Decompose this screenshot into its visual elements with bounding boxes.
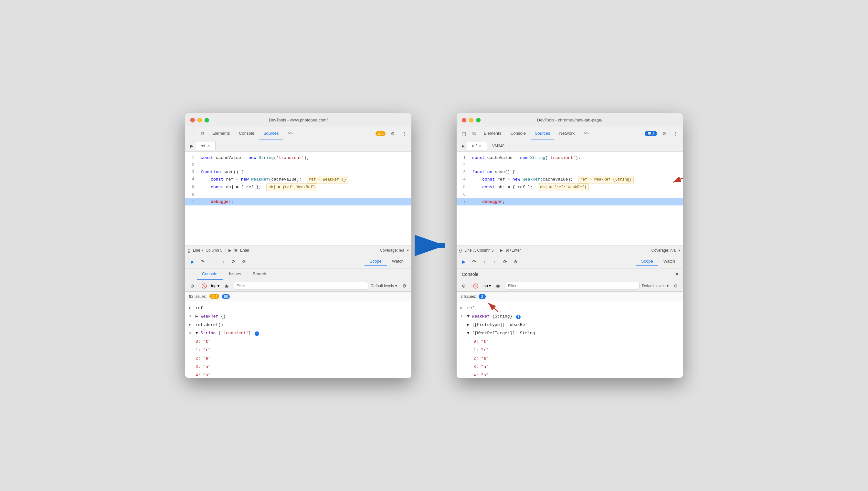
console-title-right: Console xyxy=(457,272,671,277)
right-status-bar: {} Line 7, Column 5 | ▶ ⌘+Enter Coverage… xyxy=(457,246,683,255)
run-icon-left[interactable]: ▶ xyxy=(228,248,231,253)
file-tab-vm348-right[interactable]: VM348 xyxy=(487,142,510,150)
right-debug-toolbar: ▶ ↷ ↓ ↑ ⟳ ⊘ Scope Watch xyxy=(457,255,683,268)
scope-tab-watch-right[interactable]: Watch xyxy=(658,257,680,265)
top-dropdown-right[interactable]: top▾ xyxy=(482,284,491,288)
warning-badge-left: ⚠4 xyxy=(375,131,386,136)
more-icon-left[interactable]: ⋮ xyxy=(400,129,409,138)
console-item-weakref-right: < ▼ WeakRef {String} i xyxy=(460,312,679,321)
code-line-4-right: 4 const ref = new WeakRef(cacheValue); r… xyxy=(457,176,683,183)
settings-icon-right[interactable]: ⚙ xyxy=(660,129,669,138)
left-code-area: 1 const cacheValue = new String('transie… xyxy=(185,152,411,246)
gear-icon-console-right[interactable]: ⚙ xyxy=(671,281,680,290)
levels-dropdown-left[interactable]: Default levels ▾ xyxy=(371,284,397,288)
tab-issues-bottom-left[interactable]: Issues xyxy=(224,268,247,280)
levels-dropdown-right[interactable]: Default levels ▾ xyxy=(642,284,669,288)
close-button-right[interactable] xyxy=(462,118,466,122)
right-code-section: 1 const cacheValue = new String('transie… xyxy=(457,152,683,268)
cursor-icon-right[interactable]: ⬚ xyxy=(459,129,468,138)
breakpoints-btn-right[interactable]: ⊘ xyxy=(511,257,520,266)
tab-sources-right[interactable]: Sources xyxy=(531,127,554,140)
cursor-icon[interactable]: ⬚ xyxy=(188,129,197,138)
code-line-6-right: 6 xyxy=(457,191,683,198)
tab-elements-left[interactable]: Elements xyxy=(208,127,234,140)
minimize-button-right[interactable] xyxy=(469,118,473,122)
file-tab-close-ref-right[interactable]: ✕ xyxy=(479,144,481,148)
maximize-button-left[interactable] xyxy=(204,118,209,122)
eye-btn-right[interactable]: ◉ xyxy=(494,281,503,290)
run-shortcut-left: ⌘+Enter xyxy=(234,248,250,253)
tab-network-right[interactable]: Network xyxy=(556,127,579,140)
tab-sources-left[interactable]: Sources xyxy=(259,127,283,140)
step-over-btn-right[interactable]: ↷ xyxy=(470,257,479,266)
collapse-icon-left[interactable]: ▾ xyxy=(407,248,409,253)
console-block-left[interactable]: 🚫 xyxy=(199,281,208,290)
code-line-1-right: 1 const cacheValue = new String('transie… xyxy=(457,154,683,162)
eye-btn-left[interactable]: ◉ xyxy=(222,281,231,290)
step-btn-right[interactable]: ⟳ xyxy=(501,257,510,266)
code-line-6-left: 6 xyxy=(185,191,411,198)
scope-tab-watch-left[interactable]: Watch xyxy=(387,257,409,265)
step-into-btn-right[interactable]: ↓ xyxy=(480,257,489,266)
right-devtools-window: DevTools - chrome://new-tab-page/ ⬚ ⧉ El… xyxy=(457,113,683,378)
tab-elements-right[interactable]: Elements xyxy=(480,127,505,140)
play-icon-right[interactable]: ▶ xyxy=(459,142,467,150)
minimize-button-left[interactable] xyxy=(197,118,202,122)
file-tab-close-left[interactable]: ✕ xyxy=(207,144,210,148)
console-close-right[interactable]: ✕ xyxy=(671,270,683,279)
breakpoints-btn-left[interactable]: ⊘ xyxy=(240,257,249,266)
tab-console-right[interactable]: Console xyxy=(506,127,530,140)
step-into-btn-left[interactable]: ↓ xyxy=(208,257,218,266)
three-dots-icon-left[interactable]: ⋮ xyxy=(188,270,196,279)
filter-input-right[interactable] xyxy=(505,282,640,290)
left-title-bar: DevTools - www.photopea.com/ xyxy=(185,113,411,127)
play-icon-left[interactable]: ▶ xyxy=(188,142,196,150)
maximize-button-right[interactable] xyxy=(476,118,480,122)
console-clear-left[interactable]: ⊘ xyxy=(188,281,197,290)
left-bottom-tabs: ⋮ Console Issues Search xyxy=(185,268,411,280)
toolbar-right-right: 💬2 ⚙ ⋮ xyxy=(645,129,680,138)
filter-input-left[interactable] xyxy=(234,282,368,290)
left-code-section: 1 const cacheValue = new String('transie… xyxy=(185,152,411,268)
file-tab-ref-left[interactable]: ref ✕ xyxy=(196,142,216,150)
scope-tab-scope-right[interactable]: Scope xyxy=(636,257,658,265)
step-out-btn-left[interactable]: ↑ xyxy=(219,257,228,266)
close-button-left[interactable] xyxy=(190,118,195,122)
left-file-tabs: ▶ ref ✕ xyxy=(185,140,411,152)
left-console-toolbar: ⊘ 🚫 top▾ ◉ Default levels ▾ ⚙ xyxy=(185,280,411,292)
right-bottom-panel: Console ✕ ⊘ 🚫 top▾ ◉ Default levels ▾ xyxy=(457,268,683,378)
collapse-icon-right[interactable]: ▾ xyxy=(678,248,680,253)
gear-icon-console-left[interactable]: ⚙ xyxy=(400,281,409,290)
left-devtools-toolbar: ⬚ ⧉ Elements Console Sources >> ⚠4 ⚙ ⋮ xyxy=(185,127,411,140)
left-scope-tabs: Scope Watch xyxy=(365,257,409,265)
resume-btn-right[interactable]: ▶ xyxy=(459,257,468,266)
right-code-area: 1 const cacheValue = new String('transie… xyxy=(457,152,683,246)
top-dropdown-left[interactable]: top▾ xyxy=(211,284,219,288)
tab-console-bottom-left[interactable]: Console xyxy=(197,268,223,280)
resume-btn-left[interactable]: ▶ xyxy=(188,257,197,266)
console-nested-target-right: ▼ [[WeakRefTarget]]: String xyxy=(460,329,679,338)
step-btn-left[interactable]: ⟳ xyxy=(229,257,238,266)
code-line-5-right: 5 const obj = { ref }; obj = {ref: WeakR… xyxy=(457,183,683,191)
layers-icon-right[interactable]: ⧉ xyxy=(470,129,479,138)
tab-search-bottom-left[interactable]: Search xyxy=(248,268,271,280)
tab-more-right[interactable]: >> xyxy=(580,127,592,140)
console-clear-right[interactable]: ⊘ xyxy=(459,281,468,290)
layers-icon[interactable]: ⧉ xyxy=(198,129,207,138)
scope-tab-scope-left[interactable]: Scope xyxy=(365,257,387,265)
tab-more-left[interactable]: >> xyxy=(284,127,297,140)
more-icon-right[interactable]: ⋮ xyxy=(671,129,680,138)
settings-icon-left[interactable]: ⚙ xyxy=(388,129,397,138)
run-icon-right[interactable]: ▶ xyxy=(500,248,503,253)
tab-console-left[interactable]: Console xyxy=(235,127,258,140)
step-over-btn-left[interactable]: ↷ xyxy=(198,257,207,266)
console-block-right[interactable]: 🚫 xyxy=(471,281,480,290)
left-issues-bar: 92 Issues: ⚠4 88 xyxy=(185,292,411,301)
step-out-btn-right[interactable]: ↑ xyxy=(490,257,499,266)
code-line-3-left: 3 function save() { xyxy=(185,169,411,176)
console-nested-proto-right: ▶ [[Prototype]]: WeakRef xyxy=(460,321,679,329)
curly-icon-right: {} xyxy=(459,248,462,253)
console-nested2-0-right: 0: "t" xyxy=(460,338,679,346)
right-console-toolbar: ⊘ 🚫 top▾ ◉ Default levels ▾ ⚙ xyxy=(457,280,683,292)
file-tab-ref-right[interactable]: ref ✕ xyxy=(467,142,487,150)
